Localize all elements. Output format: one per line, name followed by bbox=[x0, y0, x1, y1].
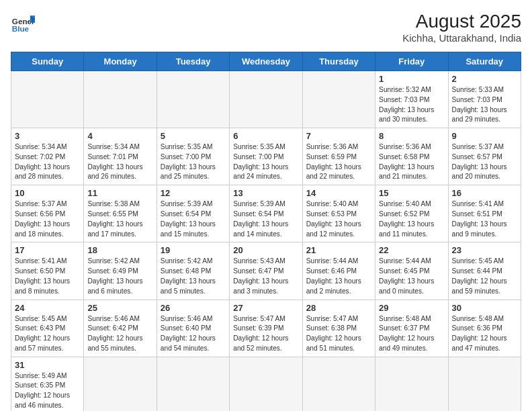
day-number: 3 bbox=[15, 131, 80, 141]
week-row-4: 17Sunrise: 5:41 AM Sunset: 6:50 PM Dayli… bbox=[11, 242, 521, 300]
day-number: 4 bbox=[87, 131, 152, 141]
calendar-cell: 18Sunrise: 5:42 AM Sunset: 6:49 PM Dayli… bbox=[84, 242, 157, 300]
logo-icon: General Blue bbox=[11, 11, 35, 35]
day-number: 16 bbox=[452, 188, 517, 198]
day-header-tuesday: Tuesday bbox=[157, 52, 229, 71]
calendar-cell bbox=[375, 357, 448, 411]
calendar-subtitle: Kichha, Uttarakhand, India bbox=[402, 32, 521, 44]
day-info: Sunrise: 5:42 AM Sunset: 6:48 PM Dayligh… bbox=[161, 257, 226, 296]
day-number: 7 bbox=[306, 131, 371, 141]
day-number: 13 bbox=[233, 188, 298, 198]
day-number: 5 bbox=[161, 131, 226, 141]
day-info: Sunrise: 5:46 AM Sunset: 6:42 PM Dayligh… bbox=[87, 314, 152, 354]
day-info: Sunrise: 5:32 AM Sunset: 7:03 PM Dayligh… bbox=[379, 85, 444, 125]
calendar-cell: 16Sunrise: 5:41 AM Sunset: 6:51 PM Dayli… bbox=[448, 185, 521, 242]
day-number: 28 bbox=[306, 303, 371, 313]
calendar-cell bbox=[157, 71, 229, 128]
title-area: August 2025 Kichha, Uttarakhand, India bbox=[402, 11, 521, 44]
calendar-cell: 3Sunrise: 5:34 AM Sunset: 7:02 PM Daylig… bbox=[11, 128, 84, 185]
day-info: Sunrise: 5:37 AM Sunset: 6:56 PM Dayligh… bbox=[15, 199, 80, 239]
day-number: 12 bbox=[161, 188, 226, 198]
calendar-cell bbox=[11, 71, 84, 128]
calendar-cell: 29Sunrise: 5:48 AM Sunset: 6:37 PM Dayli… bbox=[375, 300, 448, 357]
calendar-cell: 23Sunrise: 5:45 AM Sunset: 6:44 PM Dayli… bbox=[448, 242, 521, 300]
calendar-cell: 7Sunrise: 5:36 AM Sunset: 6:59 PM Daylig… bbox=[302, 128, 375, 185]
svg-text:Blue: Blue bbox=[12, 24, 30, 33]
calendar-cell: 28Sunrise: 5:47 AM Sunset: 6:38 PM Dayli… bbox=[302, 300, 375, 357]
calendar-cell: 15Sunrise: 5:40 AM Sunset: 6:52 PM Dayli… bbox=[375, 185, 448, 242]
day-number: 22 bbox=[379, 245, 444, 255]
calendar-cell: 6Sunrise: 5:35 AM Sunset: 7:00 PM Daylig… bbox=[230, 128, 302, 185]
day-number: 30 bbox=[452, 303, 517, 313]
day-info: Sunrise: 5:35 AM Sunset: 7:00 PM Dayligh… bbox=[161, 142, 226, 182]
calendar-cell: 17Sunrise: 5:41 AM Sunset: 6:50 PM Dayli… bbox=[11, 242, 84, 300]
day-number: 17 bbox=[15, 245, 80, 255]
day-info: Sunrise: 5:35 AM Sunset: 7:00 PM Dayligh… bbox=[233, 142, 298, 182]
calendar-cell: 31Sunrise: 5:49 AM Sunset: 6:35 PM Dayli… bbox=[11, 357, 84, 411]
calendar-cell: 27Sunrise: 5:47 AM Sunset: 6:39 PM Dayli… bbox=[230, 300, 302, 357]
day-header-monday: Monday bbox=[84, 52, 157, 71]
day-number: 21 bbox=[306, 245, 371, 255]
day-number: 24 bbox=[15, 303, 80, 313]
calendar-table: SundayMondayTuesdayWednesdayThursdayFrid… bbox=[11, 52, 521, 411]
day-info: Sunrise: 5:42 AM Sunset: 6:49 PM Dayligh… bbox=[87, 257, 152, 296]
calendar-title: August 2025 bbox=[402, 11, 521, 32]
day-number: 26 bbox=[161, 303, 226, 313]
day-number: 25 bbox=[87, 303, 152, 313]
calendar-cell bbox=[448, 357, 521, 411]
calendar-cell: 30Sunrise: 5:48 AM Sunset: 6:36 PM Dayli… bbox=[448, 300, 521, 357]
day-info: Sunrise: 5:40 AM Sunset: 6:52 PM Dayligh… bbox=[379, 199, 444, 239]
calendar-cell bbox=[230, 357, 302, 411]
week-row-3: 10Sunrise: 5:37 AM Sunset: 6:56 PM Dayli… bbox=[11, 185, 521, 242]
day-header-saturday: Saturday bbox=[448, 52, 521, 71]
calendar-cell bbox=[157, 357, 229, 411]
header: General Blue August 2025 Kichha, Uttarak… bbox=[11, 11, 521, 44]
day-info: Sunrise: 5:41 AM Sunset: 6:51 PM Dayligh… bbox=[452, 199, 517, 239]
day-info: Sunrise: 5:43 AM Sunset: 6:47 PM Dayligh… bbox=[233, 257, 298, 296]
calendar-cell: 14Sunrise: 5:40 AM Sunset: 6:53 PM Dayli… bbox=[302, 185, 375, 242]
calendar-cell: 26Sunrise: 5:46 AM Sunset: 6:40 PM Dayli… bbox=[157, 300, 229, 357]
day-info: Sunrise: 5:44 AM Sunset: 6:45 PM Dayligh… bbox=[379, 257, 444, 296]
day-info: Sunrise: 5:48 AM Sunset: 6:37 PM Dayligh… bbox=[379, 314, 444, 354]
calendar-cell: 8Sunrise: 5:36 AM Sunset: 6:58 PM Daylig… bbox=[375, 128, 448, 185]
day-info: Sunrise: 5:45 AM Sunset: 6:43 PM Dayligh… bbox=[15, 314, 80, 354]
calendar-cell: 21Sunrise: 5:44 AM Sunset: 6:46 PM Dayli… bbox=[302, 242, 375, 300]
week-row-6: 31Sunrise: 5:49 AM Sunset: 6:35 PM Dayli… bbox=[11, 357, 521, 411]
day-info: Sunrise: 5:46 AM Sunset: 6:40 PM Dayligh… bbox=[161, 314, 226, 354]
week-row-2: 3Sunrise: 5:34 AM Sunset: 7:02 PM Daylig… bbox=[11, 128, 521, 185]
day-number: 6 bbox=[233, 131, 298, 141]
day-info: Sunrise: 5:45 AM Sunset: 6:44 PM Dayligh… bbox=[452, 257, 517, 296]
day-info: Sunrise: 5:47 AM Sunset: 6:39 PM Dayligh… bbox=[233, 314, 298, 354]
day-info: Sunrise: 5:48 AM Sunset: 6:36 PM Dayligh… bbox=[452, 314, 517, 354]
day-info: Sunrise: 5:38 AM Sunset: 6:55 PM Dayligh… bbox=[87, 199, 152, 239]
calendar-cell bbox=[230, 71, 302, 128]
day-info: Sunrise: 5:41 AM Sunset: 6:50 PM Dayligh… bbox=[15, 257, 80, 296]
week-row-1: 1Sunrise: 5:32 AM Sunset: 7:03 PM Daylig… bbox=[11, 71, 521, 128]
day-info: Sunrise: 5:34 AM Sunset: 7:02 PM Dayligh… bbox=[15, 142, 80, 182]
calendar-cell bbox=[84, 71, 157, 128]
day-info: Sunrise: 5:40 AM Sunset: 6:53 PM Dayligh… bbox=[306, 199, 371, 239]
day-headers-row: SundayMondayTuesdayWednesdayThursdayFrid… bbox=[11, 52, 521, 71]
calendar-cell bbox=[302, 71, 375, 128]
calendar-cell: 4Sunrise: 5:34 AM Sunset: 7:01 PM Daylig… bbox=[84, 128, 157, 185]
week-row-5: 24Sunrise: 5:45 AM Sunset: 6:43 PM Dayli… bbox=[11, 300, 521, 357]
day-number: 20 bbox=[233, 245, 298, 255]
calendar-cell: 2Sunrise: 5:33 AM Sunset: 7:03 PM Daylig… bbox=[448, 71, 521, 128]
calendar-cell: 24Sunrise: 5:45 AM Sunset: 6:43 PM Dayli… bbox=[11, 300, 84, 357]
calendar-cell: 25Sunrise: 5:46 AM Sunset: 6:42 PM Dayli… bbox=[84, 300, 157, 357]
day-header-wednesday: Wednesday bbox=[230, 52, 302, 71]
day-number: 31 bbox=[15, 360, 80, 370]
logo: General Blue bbox=[11, 11, 35, 35]
day-number: 29 bbox=[379, 303, 444, 313]
calendar-cell: 5Sunrise: 5:35 AM Sunset: 7:00 PM Daylig… bbox=[157, 128, 229, 185]
calendar-cell: 12Sunrise: 5:39 AM Sunset: 6:54 PM Dayli… bbox=[157, 185, 229, 242]
day-number: 11 bbox=[87, 188, 152, 198]
calendar-cell: 1Sunrise: 5:32 AM Sunset: 7:03 PM Daylig… bbox=[375, 71, 448, 128]
day-info: Sunrise: 5:36 AM Sunset: 6:59 PM Dayligh… bbox=[306, 142, 371, 182]
calendar-cell bbox=[84, 357, 157, 411]
day-info: Sunrise: 5:44 AM Sunset: 6:46 PM Dayligh… bbox=[306, 257, 371, 296]
day-number: 14 bbox=[306, 188, 371, 198]
day-info: Sunrise: 5:39 AM Sunset: 6:54 PM Dayligh… bbox=[233, 199, 298, 239]
day-number: 18 bbox=[87, 245, 152, 255]
calendar-cell: 13Sunrise: 5:39 AM Sunset: 6:54 PM Dayli… bbox=[230, 185, 302, 242]
